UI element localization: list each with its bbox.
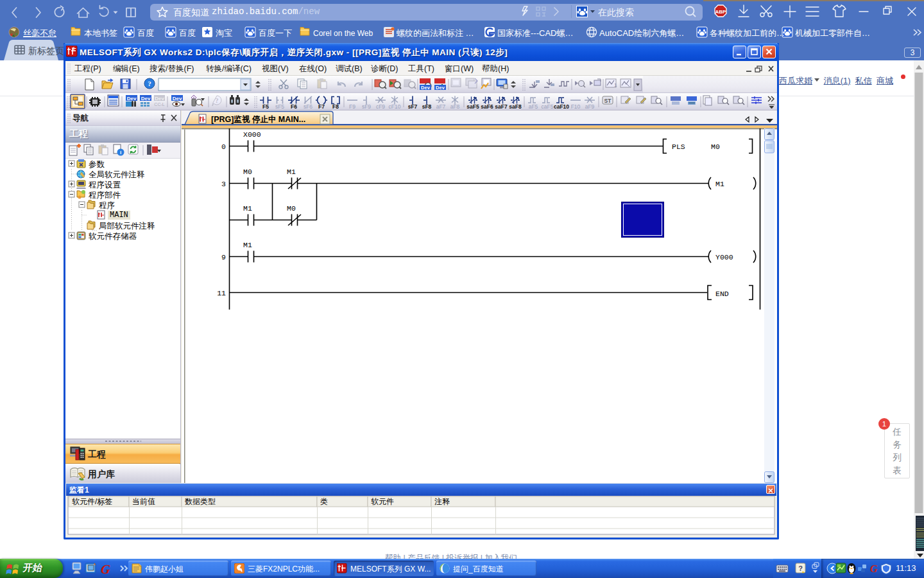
svg-text:M1: M1 bbox=[287, 168, 296, 176]
svg-text:aF5: aF5 bbox=[529, 103, 538, 110]
svg-text:F5: F5 bbox=[262, 103, 269, 110]
svg-text:aF8: aF8 bbox=[450, 103, 460, 110]
svg-text:Dev: Dev bbox=[127, 96, 137, 101]
svg-text:Dev: Dev bbox=[141, 96, 151, 101]
svg-text:M0: M0 bbox=[287, 204, 296, 213]
svg-text:数据类型: 数据类型 bbox=[185, 497, 216, 506]
svg-text:F7: F7 bbox=[318, 103, 325, 110]
svg-text:软元件: 软元件 bbox=[371, 497, 394, 506]
svg-text:Dev: Dev bbox=[155, 96, 164, 101]
svg-text:END: END bbox=[715, 290, 729, 298]
svg-text:sF9: sF9 bbox=[362, 103, 371, 110]
svg-text:cF10: cF10 bbox=[389, 103, 401, 110]
svg-text:aF9: aF9 bbox=[585, 103, 595, 110]
svg-text:F8: F8 bbox=[332, 103, 339, 110]
svg-text:0: 0 bbox=[221, 143, 226, 151]
svg-text:aF7: aF7 bbox=[436, 103, 446, 110]
svg-text:saF6: saF6 bbox=[481, 103, 493, 110]
svg-text:sF5: sF5 bbox=[275, 103, 284, 110]
svg-text:CC-L: CC-L bbox=[154, 102, 164, 107]
svg-text:当前值: 当前值 bbox=[132, 497, 155, 506]
svg-text:Y000: Y000 bbox=[715, 253, 733, 261]
svg-text:i: i bbox=[120, 150, 121, 155]
svg-text:Dev: Dev bbox=[173, 96, 182, 101]
svg-text:G: G bbox=[100, 562, 111, 576]
svg-text:sF7: sF7 bbox=[408, 103, 418, 110]
svg-text:caF10: caF10 bbox=[554, 103, 569, 110]
svg-text:Dev: Dev bbox=[436, 85, 445, 91]
svg-text:1: 1 bbox=[614, 82, 617, 88]
svg-text:M0: M0 bbox=[711, 143, 720, 151]
svg-text:caF5: caF5 bbox=[542, 103, 554, 110]
svg-text:F10: F10 bbox=[571, 103, 581, 110]
svg-text:G: G bbox=[870, 563, 878, 574]
svg-text:软元件/标签: 软元件/标签 bbox=[72, 497, 112, 506]
svg-text:注释: 注释 bbox=[434, 497, 450, 506]
svg-text:PLS: PLS bbox=[672, 143, 685, 151]
svg-text:saF8: saF8 bbox=[509, 103, 522, 110]
svg-text:X000: X000 bbox=[243, 130, 261, 139]
svg-text:saF7: saF7 bbox=[495, 103, 508, 110]
svg-text:F9: F9 bbox=[349, 103, 355, 110]
svg-text:9: 9 bbox=[221, 253, 226, 261]
svg-text:[PRG]监视 停止中 MAIN...: [PRG]监视 停止中 MAIN... bbox=[211, 115, 305, 124]
svg-text:ST: ST bbox=[604, 98, 612, 104]
svg-text:类: 类 bbox=[320, 497, 328, 506]
svg-text:sF6: sF6 bbox=[304, 103, 312, 110]
svg-text:?: ? bbox=[798, 565, 803, 572]
svg-text:saF5: saF5 bbox=[466, 103, 479, 110]
svg-text:?: ? bbox=[148, 80, 151, 87]
svg-text:F6: F6 bbox=[291, 103, 297, 110]
svg-text:Dev: Dev bbox=[421, 85, 431, 91]
svg-text:M1: M1 bbox=[243, 204, 252, 213]
svg-text:M1: M1 bbox=[715, 180, 724, 188]
svg-text:11: 11 bbox=[217, 289, 226, 297]
svg-text:M1: M1 bbox=[243, 241, 252, 249]
svg-text:M0: M0 bbox=[243, 168, 252, 176]
svg-text:sF8: sF8 bbox=[422, 103, 432, 110]
svg-text:?: ? bbox=[216, 97, 219, 104]
svg-text:3: 3 bbox=[221, 180, 226, 188]
svg-text:cF9: cF9 bbox=[376, 103, 385, 110]
